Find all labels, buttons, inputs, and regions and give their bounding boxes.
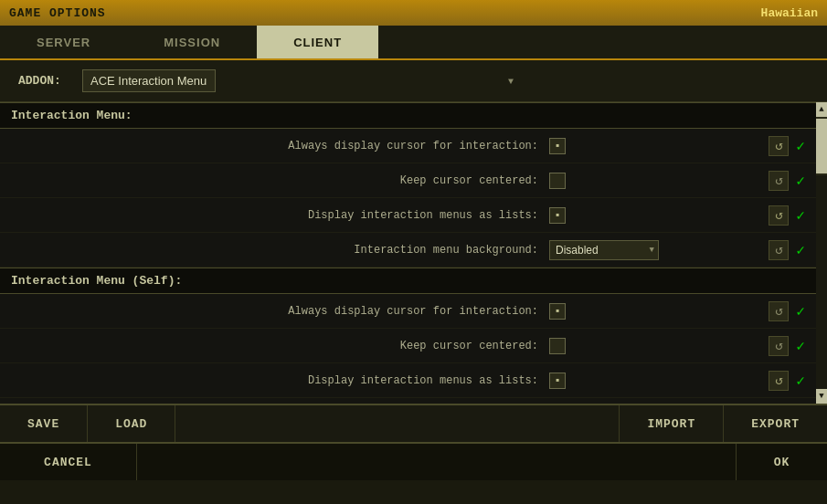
import-button[interactable]: IMPORT: [619, 405, 723, 442]
dropdown-wrap: Disabled Enabled: [549, 240, 659, 260]
addon-row: ADDON: ACE Interaction Menu: [0, 60, 827, 102]
setting-control: ↺ ✓: [549, 336, 805, 356]
checkmark-icon: ✓: [796, 241, 805, 259]
action-bar: SAVE LOAD IMPORT EXPORT: [0, 404, 827, 442]
checkbox-self-cursor-interaction[interactable]: [549, 303, 566, 320]
setting-control: ↺ ✓: [549, 171, 805, 191]
dropdown-background[interactable]: Disabled Enabled: [549, 240, 659, 260]
tab-bar: SERVER MISSION CLIENT: [0, 26, 827, 60]
checkmark-icon: ✓: [796, 172, 805, 190]
scrollbar[interactable]: ▲ ▼: [816, 102, 827, 404]
reset-btn[interactable]: ↺: [769, 205, 789, 226]
tab-server[interactable]: SERVER: [0, 26, 127, 58]
footer-bar: CANCEL OK: [0, 442, 827, 480]
setting-label: Always display cursor for interaction:: [11, 305, 549, 318]
setting-control: ↺ ✓: [549, 136, 805, 156]
reset-btn[interactable]: ↺: [769, 240, 789, 260]
checkmark-icon: ✓: [796, 302, 805, 320]
setting-label: Display interaction menus as lists:: [11, 209, 549, 222]
setting-row: Always display cursor for interaction: ↺…: [0, 294, 816, 329]
setting-label: Keep cursor centered:: [11, 174, 549, 187]
checkmark-icon: ✓: [796, 137, 805, 155]
reset-btn[interactable]: ↺: [769, 371, 789, 391]
tab-mission[interactable]: MISSION: [127, 26, 257, 58]
reset-btn[interactable]: ↺: [769, 136, 789, 156]
addon-select-wrap: ACE Interaction Menu: [82, 69, 521, 92]
checkbox-cursor-interaction[interactable]: [549, 138, 566, 154]
setting-row: Keep cursor centered: ↺ ✓: [0, 329, 816, 363]
setting-row: Interaction menu background: Disabled En…: [0, 398, 816, 404]
reset-btn[interactable]: ↺: [769, 171, 789, 191]
cancel-button[interactable]: CANCEL: [0, 444, 137, 480]
title-bar: GAME OPTIONS Hawaiian: [0, 0, 827, 26]
scroll-down-arrow[interactable]: ▼: [816, 389, 827, 404]
reset-btn[interactable]: ↺: [769, 336, 789, 356]
setting-control: ↺ ✓: [549, 371, 805, 391]
section-header-interaction-menu: Interaction Menu:: [0, 102, 816, 129]
save-button[interactable]: SAVE: [0, 405, 88, 442]
export-button[interactable]: EXPORT: [723, 405, 827, 442]
setting-control: Disabled Enabled ↺ ✓: [549, 240, 805, 260]
content-scroll[interactable]: Interaction Menu: Always display cursor …: [0, 102, 816, 404]
tab-client[interactable]: CLIENT: [257, 26, 378, 58]
scroll-thumb[interactable]: [816, 119, 827, 173]
setting-row: Display interaction menus as lists: ↺ ✓: [0, 198, 816, 233]
addon-select[interactable]: ACE Interaction Menu: [82, 69, 216, 92]
checkmark-icon: ✓: [796, 206, 805, 225]
setting-label: Interaction menu background:: [11, 244, 549, 257]
checkbox-self-menus-as-lists[interactable]: [549, 373, 566, 389]
setting-label: Always display cursor for interaction:: [11, 140, 549, 152]
setting-label: Display interaction menus as lists:: [11, 374, 549, 387]
setting-row: Display interaction menus as lists: ↺ ✓: [0, 363, 816, 398]
load-button[interactable]: LOAD: [88, 405, 175, 442]
setting-control: ↺ ✓: [549, 205, 805, 226]
checkbox-menus-as-lists[interactable]: [549, 207, 566, 224]
checkmark-icon: ✓: [796, 372, 805, 390]
checkmark-icon: ✓: [796, 337, 805, 355]
setting-row: Interaction menu background: Disabled En…: [0, 233, 816, 268]
setting-label: Keep cursor centered:: [11, 340, 549, 352]
setting-control: ↺ ✓: [549, 301, 805, 321]
setting-row: Keep cursor centered: ↺ ✓: [0, 163, 816, 198]
checkbox-cursor-centered[interactable]: [549, 173, 566, 189]
addon-label: ADDON:: [18, 74, 73, 88]
checkbox-self-cursor-centered[interactable]: [549, 338, 566, 354]
setting-row: Always display cursor for interaction: ↺…: [0, 129, 816, 163]
app-title: GAME OPTIONS: [9, 6, 106, 20]
section-header-interaction-menu-self: Interaction Menu (Self):: [0, 268, 816, 294]
ok-button[interactable]: OK: [736, 444, 827, 480]
reset-btn[interactable]: ↺: [769, 301, 789, 321]
player-name: Hawaiian: [761, 6, 818, 20]
scroll-up-arrow[interactable]: ▲: [816, 102, 827, 117]
content-area: Interaction Menu: Always display cursor …: [0, 102, 827, 404]
